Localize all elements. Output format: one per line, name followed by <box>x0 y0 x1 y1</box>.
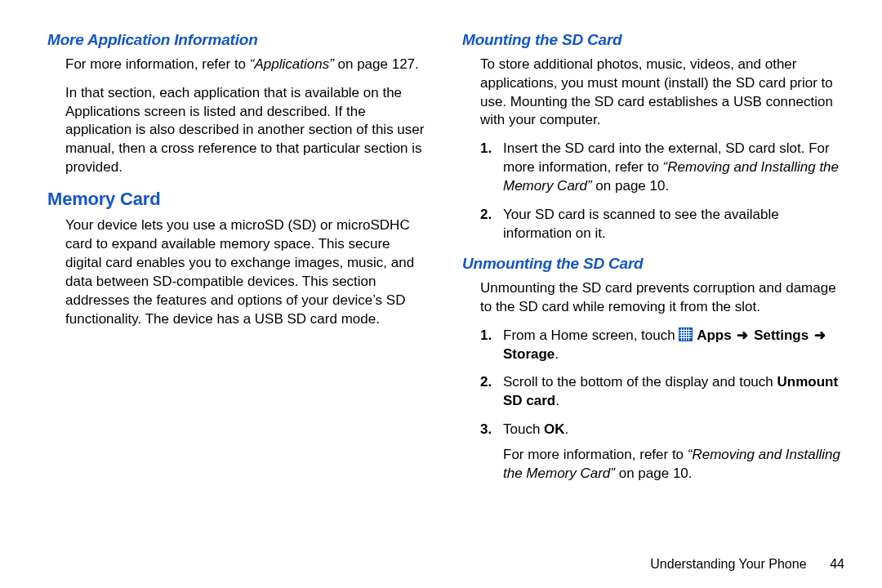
step-number: 1. <box>480 140 503 196</box>
heading-unmounting: Unmounting the SD Card <box>462 253 844 274</box>
unmount-steps: 1. From a Home screen, touch Apps ➜ Sett… <box>462 327 844 440</box>
step-number: 2. <box>480 373 503 411</box>
apps-grid-icon <box>679 327 693 341</box>
heading-mounting: Mounting the SD Card <box>462 29 844 51</box>
page-body: More Application Information For more in… <box>0 0 882 555</box>
text: Scroll to the bottom of the display and … <box>503 374 777 390</box>
mount-steps: 1. Insert the SD card into the external,… <box>462 140 844 243</box>
mount-step-1: 1. Insert the SD card into the external,… <box>462 140 844 196</box>
arrow-icon: ➜ <box>735 327 750 343</box>
unmount-step-1: 1. From a Home screen, touch Apps ➜ Sett… <box>462 327 844 364</box>
heading-more-app-info: More Application Information <box>47 29 430 51</box>
label-apps: Apps <box>697 327 732 343</box>
ref-applications: “Applications” <box>250 56 334 72</box>
label-settings: Settings <box>754 327 808 343</box>
unmount-step-2: 2. Scroll to the bottom of the display a… <box>462 373 844 411</box>
para-memory-card: Your device lets you use a microSD (SD) … <box>65 216 430 329</box>
step-number: 3. <box>480 421 503 439</box>
text: . <box>555 346 559 362</box>
para-mounting: To store additional photos, music, video… <box>480 56 844 131</box>
arrow-icon: ➜ <box>813 327 827 343</box>
right-column: Mounting the SD Card To store additional… <box>462 29 844 555</box>
text: on page 127. <box>334 56 419 72</box>
step-text: Scroll to the bottom of the display and … <box>503 373 844 411</box>
step-text: Insert the SD card into the external, SD… <box>503 140 844 196</box>
text: Touch <box>503 421 544 437</box>
footer-page-number: 44 <box>810 555 844 573</box>
text: on page 10. <box>592 178 670 194</box>
footer-section: Understanding Your Phone <box>650 557 806 571</box>
page-footer: Understanding Your Phone 44 <box>0 555 882 573</box>
label-storage: Storage <box>503 346 555 362</box>
text: From a Home screen, touch <box>503 327 679 343</box>
para-section-desc: In that section, each application that i… <box>65 84 430 178</box>
unmount-step-3: 3. Touch OK. <box>462 421 844 439</box>
heading-memory-card: Memory Card <box>47 187 430 212</box>
step-number: 2. <box>480 206 503 243</box>
text: . <box>565 421 569 437</box>
para-ref-removing: For more information, refer to “Removing… <box>503 446 844 483</box>
text: For more information, refer to <box>65 56 250 72</box>
step-number: 1. <box>480 327 503 364</box>
text: on page 10. <box>615 466 693 481</box>
step-text: Touch OK. <box>503 421 844 439</box>
label-ok: OK <box>544 421 565 437</box>
text: For more information, refer to <box>503 447 688 462</box>
para-more-info-ref: For more information, refer to “Applicat… <box>65 56 430 74</box>
left-column: More Application Information For more in… <box>47 29 430 555</box>
step-text: Your SD card is scanned to see the avail… <box>503 206 844 243</box>
para-unmounting: Unmounting the SD card prevents corrupti… <box>480 279 844 317</box>
step-text: From a Home screen, touch Apps ➜ Setting… <box>503 327 844 364</box>
mount-step-2: 2. Your SD card is scanned to see the av… <box>462 206 844 243</box>
text: . <box>555 393 559 408</box>
